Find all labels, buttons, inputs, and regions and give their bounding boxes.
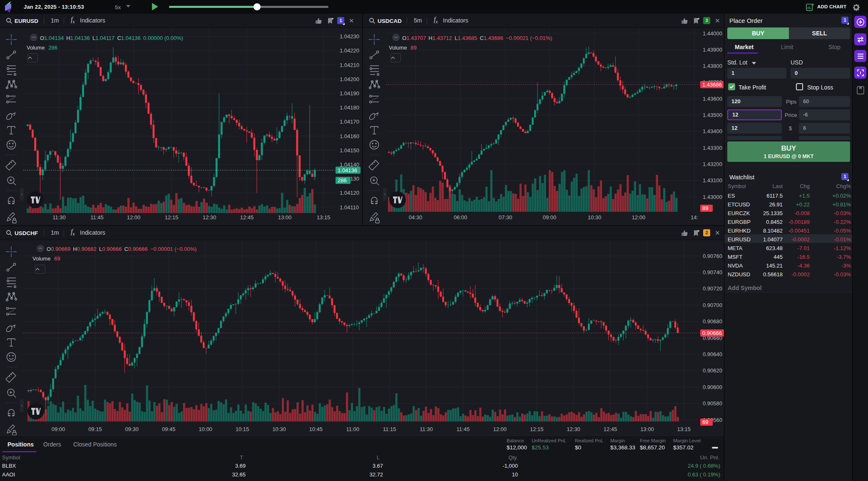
svg-text:1.04120: 1.04120 [340, 190, 359, 196]
svg-text:11:45: 11:45 [457, 426, 470, 432]
svg-text:13:15: 13:15 [677, 426, 691, 432]
svg-text:1.04230: 1.04230 [340, 33, 359, 40]
svg-text:0.90680: 0.90680 [703, 318, 722, 325]
svg-text:06:00: 06:00 [454, 214, 468, 221]
svg-text:1.04180: 1.04180 [340, 104, 359, 111]
svg-text:13:00: 13:00 [640, 426, 654, 432]
svg-text:09:00: 09:00 [52, 426, 65, 432]
svg-text:89: 89 [702, 205, 708, 211]
svg-text:12:30: 12:30 [203, 214, 216, 221]
svg-text:13:15: 13:15 [317, 214, 331, 221]
svg-text:09:15: 09:15 [88, 426, 102, 432]
svg-text:12:00: 12:00 [127, 214, 141, 221]
svg-text:09:45: 09:45 [162, 426, 176, 432]
svg-text:1.04220: 1.04220 [340, 47, 359, 54]
svg-text:13:00: 13:00 [278, 214, 292, 221]
svg-text:1.43500: 1.43500 [703, 112, 722, 118]
svg-text:12:45: 12:45 [240, 214, 254, 221]
svg-text:11:00: 11:00 [346, 426, 359, 432]
svg-text:14:: 14: [691, 214, 698, 221]
svg-text:07:30: 07:30 [499, 214, 512, 221]
svg-text:0.90620: 0.90620 [703, 367, 722, 374]
svg-text:1.43000: 1.43000 [703, 194, 722, 200]
svg-text:1.04136: 1.04136 [338, 167, 357, 174]
svg-text:1.04160: 1.04160 [340, 133, 359, 139]
svg-text:0.90760: 0.90760 [703, 253, 722, 259]
svg-text:10:00: 10:00 [199, 426, 212, 432]
svg-text:0.90580: 0.90580 [703, 400, 722, 407]
svg-text:0.90700: 0.90700 [703, 302, 722, 308]
svg-text:04:30: 04:30 [409, 214, 423, 221]
svg-text:0.90640: 0.90640 [703, 351, 722, 357]
svg-text:1.04200: 1.04200 [340, 76, 359, 82]
svg-text:0.90600: 0.90600 [703, 384, 722, 390]
svg-text:286: 286 [338, 177, 347, 183]
svg-text:1.04150: 1.04150 [340, 147, 359, 154]
svg-text:1.43300: 1.43300 [703, 145, 722, 151]
svg-text:1.43800: 1.43800 [703, 63, 722, 69]
svg-text:1.04170: 1.04170 [340, 119, 359, 125]
svg-text:10:45: 10:45 [309, 426, 323, 432]
svg-text:1.43600: 1.43600 [703, 96, 722, 102]
svg-text:10:30: 10:30 [588, 214, 602, 221]
svg-text:1.43200: 1.43200 [703, 161, 722, 167]
svg-text:1.43400: 1.43400 [703, 128, 722, 134]
svg-text:11:15: 11:15 [383, 426, 396, 432]
svg-text:1.44000: 1.44000 [703, 30, 722, 37]
svg-text:12:00: 12:00 [493, 426, 507, 432]
svg-text:1.04110: 1.04110 [340, 204, 359, 211]
svg-text:1.04190: 1.04190 [340, 90, 359, 97]
svg-text:1.43900: 1.43900 [703, 47, 722, 53]
svg-text:12:15: 12:15 [530, 426, 544, 432]
svg-text:1.43100: 1.43100 [703, 177, 722, 183]
svg-text:10:30: 10:30 [272, 426, 286, 432]
svg-text:11:30: 11:30 [420, 426, 433, 432]
svg-text:12:00: 12:00 [632, 214, 646, 221]
svg-text:0.90740: 0.90740 [703, 269, 722, 275]
svg-text:11:45: 11:45 [90, 214, 104, 221]
svg-text:0.90666: 0.90666 [702, 330, 722, 336]
svg-text:12:30: 12:30 [567, 426, 580, 432]
svg-text:11:30: 11:30 [52, 214, 66, 221]
svg-text:10:15: 10:15 [236, 426, 249, 432]
svg-text:1.04210: 1.04210 [340, 62, 359, 68]
svg-text:1.43686: 1.43686 [702, 82, 722, 88]
svg-text:0.90720: 0.90720 [703, 285, 722, 292]
svg-text:69: 69 [702, 419, 708, 425]
svg-text:12:15: 12:15 [165, 214, 179, 221]
svg-text:09:30: 09:30 [125, 426, 139, 432]
svg-text:09:00: 09:00 [543, 214, 557, 221]
svg-text:12:45: 12:45 [604, 426, 617, 432]
